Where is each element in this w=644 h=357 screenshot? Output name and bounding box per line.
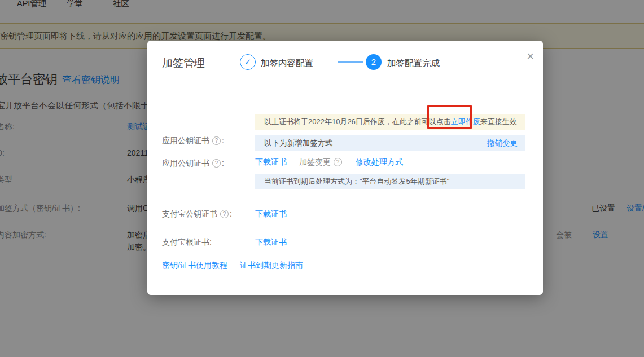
label-text: 支付宝根证书: [162, 237, 209, 246]
help-icon[interactable]: ?: [212, 159, 221, 168]
help-icon[interactable]: ?: [220, 210, 229, 218]
info-text: 当前证书到期后处理方式为："平台自动签发5年期新证书": [264, 177, 449, 186]
modify-handling-link[interactable]: 修改处理方式: [356, 157, 403, 168]
label-alipay-root-cert: 支付宝根证书:: [162, 237, 212, 248]
step2-label: 加签配置完成: [387, 58, 440, 69]
new-method-banner: 以下为新增加签方式 撤销变更: [255, 135, 525, 151]
label-colon: :: [230, 209, 232, 218]
help-icon[interactable]: ?: [212, 136, 221, 145]
help-icon[interactable]: ?: [334, 158, 342, 166]
label-colon: :: [222, 158, 224, 168]
sign-change-label: 加签变更?: [299, 157, 343, 168]
download-cert-link-3[interactable]: 下载证书: [255, 209, 287, 219]
download-cert-link-4[interactable]: 下载证书: [255, 237, 287, 248]
signature-management-modal: 加签管理 ✓ 加签内容配置 2 加签配置完成 × 应用公钥证书?: 下载证书 以…: [147, 41, 543, 295]
modal-title: 加签管理: [162, 56, 205, 70]
close-icon[interactable]: ×: [527, 50, 534, 63]
warning-text-before: 以上证书将于2022年10月26日后作废，在此之前可以点击: [264, 117, 451, 126]
label-text: 应用公钥证书: [162, 158, 209, 168]
cert-expiry-warning-bar: 以上证书将于2022年10月26日后作废，在此之前可以点击立即作废来直接生效: [255, 114, 525, 130]
label-text: 支付宝公钥证书: [162, 209, 217, 218]
annotation-highlight-box: [427, 105, 472, 129]
sign-change-text: 加签变更: [299, 157, 331, 166]
cert-renewal-guide-link[interactable]: 证书到期更新指南: [240, 261, 303, 271]
cert2-links-row: 下载证书 加签变更? 修改处理方式: [255, 157, 403, 168]
warning-text-after: 来直接生效: [480, 117, 517, 126]
label-colon: :: [222, 136, 224, 145]
modal-footer-links: 密钥/证书使用教程 证书到期更新指南: [162, 261, 303, 271]
step2-number-badge: 2: [366, 54, 382, 70]
label-text: 应用公钥证书: [162, 136, 209, 145]
step-connector-line: [338, 61, 363, 63]
key-cert-tutorial-link[interactable]: 密钥/证书使用教程: [162, 261, 227, 271]
banner-text: 以下为新增加签方式: [264, 139, 333, 147]
screen: API管理 学堂 社区 密钥管理页面即将下线，请从对应的应用的开发设置页面进行开…: [0, 0, 644, 357]
step1-check-icon: ✓: [240, 54, 256, 70]
download-cert-link-2[interactable]: 下载证书: [255, 157, 287, 168]
cert-renewal-info-bar: 当前证书到期后处理方式为："平台自动签发5年期新证书": [255, 174, 525, 189]
label-alipay-public-cert: 支付宝公钥证书?:: [162, 209, 232, 219]
step1-label: 加签内容配置: [261, 58, 313, 69]
label-app-public-cert-2: 应用公钥证书?:: [162, 158, 224, 169]
modal-header: 加签管理 ✓ 加签内容配置 2 加签配置完成 ×: [147, 41, 543, 80]
revoke-change-link[interactable]: 撤销变更: [487, 135, 518, 151]
label-colon: :: [209, 237, 212, 246]
label-app-public-cert-1: 应用公钥证书?:: [162, 136, 224, 146]
